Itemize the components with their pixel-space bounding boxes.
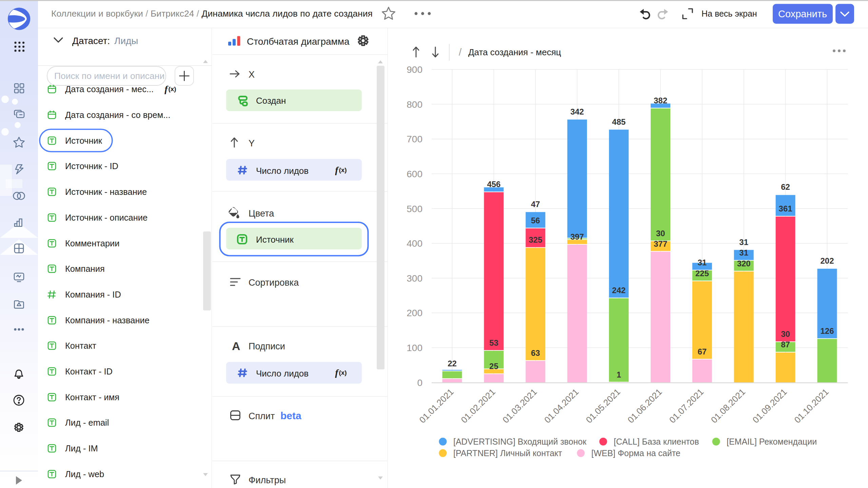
svg-text:25: 25 xyxy=(489,362,498,371)
svg-text:485: 485 xyxy=(612,117,626,126)
svg-text:400: 400 xyxy=(407,238,422,249)
svg-text:Сортировка: Сортировка xyxy=(249,278,299,288)
svg-text:200: 200 xyxy=(407,308,422,318)
svg-text:361: 361 xyxy=(779,204,792,213)
svg-text:Контакт - ID: Контакт - ID xyxy=(65,367,113,376)
svg-text:900: 900 xyxy=(407,64,422,75)
svg-text:342: 342 xyxy=(570,107,584,116)
svg-text:Контакт: Контакт xyxy=(65,341,96,350)
svg-text:Цвета: Цвета xyxy=(249,208,274,219)
svg-text:Источник: Источник xyxy=(256,235,294,245)
svg-text:01.06.2021: 01.06.2021 xyxy=(626,387,664,425)
svg-text:01.03.2021: 01.03.2021 xyxy=(500,387,539,425)
svg-text:325: 325 xyxy=(529,235,542,244)
svg-text:Столбчатая диаграмма: Столбчатая диаграмма xyxy=(247,36,350,47)
svg-text:01.05.2021: 01.05.2021 xyxy=(584,387,622,425)
svg-text:31: 31 xyxy=(739,248,748,257)
svg-text:Создан: Создан xyxy=(256,96,286,106)
svg-text:Y: Y xyxy=(249,138,255,148)
svg-text:242: 242 xyxy=(612,286,626,295)
svg-text:01.07.2021: 01.07.2021 xyxy=(667,387,706,425)
svg-text:Подписи: Подписи xyxy=(249,341,285,351)
svg-text:Источник - ID: Источник - ID xyxy=(65,161,118,171)
svg-text:202: 202 xyxy=(820,256,834,265)
svg-text:Дата создания - со врем...: Дата создания - со врем... xyxy=(65,110,170,120)
svg-text:Фильтры: Фильтры xyxy=(249,475,286,485)
svg-text:(x): (x) xyxy=(339,166,347,174)
svg-text:01.02.2021: 01.02.2021 xyxy=(459,387,497,425)
svg-text:30: 30 xyxy=(656,229,665,238)
svg-text:Комментарии: Комментарии xyxy=(65,239,120,248)
svg-text:Сплит: Сплит xyxy=(249,411,275,421)
svg-text:X: X xyxy=(249,69,255,80)
svg-text:beta: beta xyxy=(280,410,301,421)
svg-text:63: 63 xyxy=(531,348,540,358)
svg-text:На весь экран: На весь экран xyxy=(702,9,757,18)
svg-text:A: A xyxy=(232,340,240,352)
svg-text:Датасет:: Датасет: xyxy=(72,36,110,46)
svg-text:Коллекции и воркбуки / Битрикс: Коллекции и воркбуки / Битрикс24 / Динам… xyxy=(51,8,373,19)
svg-text:Лид - web: Лид - web xyxy=(65,469,104,479)
svg-text:126: 126 xyxy=(820,326,834,336)
svg-text:500: 500 xyxy=(407,204,422,214)
svg-text:600: 600 xyxy=(407,169,422,179)
svg-text:Компания - ID: Компания - ID xyxy=(65,290,121,299)
svg-text:(x): (x) xyxy=(339,369,347,376)
svg-text:[WEB] Форма на сайте: [WEB] Форма на сайте xyxy=(591,448,680,458)
svg-text:31: 31 xyxy=(739,238,748,247)
svg-text:100: 100 xyxy=(407,343,422,353)
svg-text:56: 56 xyxy=(531,216,540,225)
svg-text:Лиды: Лиды xyxy=(114,36,138,46)
svg-text:31: 31 xyxy=(697,258,707,267)
svg-text:300: 300 xyxy=(407,273,422,284)
svg-text:[CALL] База клиентов: [CALL] База клиентов xyxy=(614,437,699,446)
svg-text:[EMAIL] Рекомендации: [EMAIL] Рекомендации xyxy=(727,437,817,446)
svg-text:01.09.2021: 01.09.2021 xyxy=(751,387,789,425)
svg-text:62: 62 xyxy=(781,182,790,191)
svg-text:377: 377 xyxy=(654,239,667,248)
svg-text:[ADVERTISING] Входящий звонок: [ADVERTISING] Входящий звонок xyxy=(453,437,587,446)
svg-text:67: 67 xyxy=(697,347,707,356)
svg-text:397: 397 xyxy=(570,232,584,241)
svg-text:87: 87 xyxy=(781,340,790,349)
svg-text:Дата создания - месяц: Дата создания - месяц xyxy=(468,47,561,57)
svg-text:53: 53 xyxy=(489,338,498,347)
svg-text:456: 456 xyxy=(487,180,500,189)
svg-text:22: 22 xyxy=(448,359,457,368)
svg-text:01.01.2021: 01.01.2021 xyxy=(417,387,456,425)
svg-text:(x): (x) xyxy=(168,85,176,93)
svg-text:382: 382 xyxy=(654,96,667,105)
svg-text:[PARTNER] Личный контакт: [PARTNER] Личный контакт xyxy=(453,448,562,458)
svg-text:Компания: Компания xyxy=(65,264,105,273)
svg-text:47: 47 xyxy=(531,200,540,209)
svg-text:225: 225 xyxy=(695,269,709,278)
svg-text:Сохранить: Сохранить xyxy=(778,8,827,19)
svg-text:800: 800 xyxy=(407,99,422,110)
svg-text:01.08.2021: 01.08.2021 xyxy=(709,387,747,425)
svg-text:320: 320 xyxy=(737,259,751,268)
svg-text:Число лидов: Число лидов xyxy=(256,166,309,176)
svg-text:1: 1 xyxy=(616,370,621,379)
svg-text:Поиск по имени и описани: Поиск по имени и описани xyxy=(54,71,164,81)
svg-text:01.10.2021: 01.10.2021 xyxy=(792,387,831,425)
svg-text:Источник - название: Источник - название xyxy=(65,187,147,197)
svg-text:Дата создания - мес...: Дата создания - мес... xyxy=(65,84,154,94)
svg-text:30: 30 xyxy=(781,329,790,339)
svg-text:Контакт - имя: Контакт - имя xyxy=(65,392,119,402)
svg-text:Лид - IM: Лид - IM xyxy=(65,444,98,453)
svg-text:700: 700 xyxy=(407,134,422,144)
svg-text:Компания - название: Компания - название xyxy=(65,316,150,325)
svg-text:0: 0 xyxy=(417,378,422,388)
svg-text:Лид - email: Лид - email xyxy=(65,418,109,427)
svg-text:Источник: Источник xyxy=(65,136,102,145)
svg-text:Число лидов: Число лидов xyxy=(256,368,309,379)
svg-text:Источник - описание: Источник - описание xyxy=(65,213,147,222)
svg-text:01.04.2021: 01.04.2021 xyxy=(542,387,580,425)
svg-text:/: / xyxy=(459,46,462,58)
